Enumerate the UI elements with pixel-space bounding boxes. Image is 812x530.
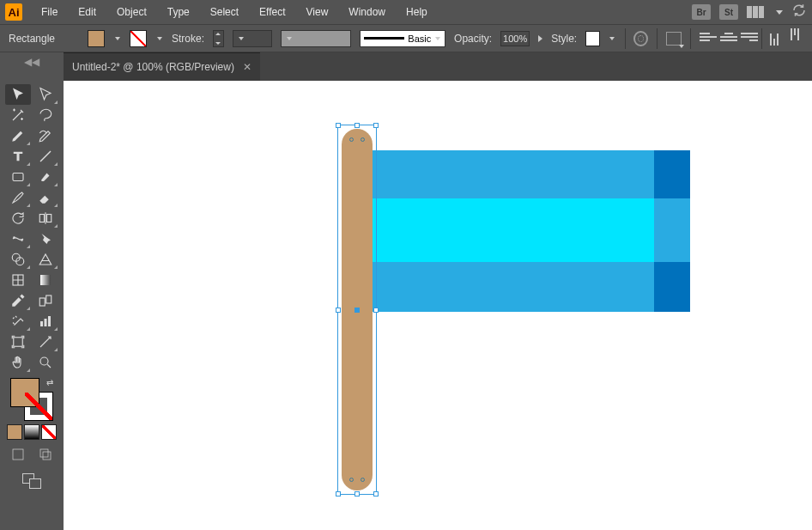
- fill-dropdown[interactable]: [113, 32, 121, 46]
- draw-normal-icon[interactable]: [10, 447, 26, 465]
- menu-window[interactable]: Window: [338, 1, 396, 23]
- arrange-dropdown-icon[interactable]: [776, 10, 783, 15]
- selection-tool[interactable]: [5, 84, 31, 105]
- blend-tool[interactable]: [33, 290, 58, 311]
- hand-tool[interactable]: [5, 352, 31, 373]
- align-left-button[interactable]: [700, 28, 717, 46]
- menu-help[interactable]: Help: [396, 1, 438, 23]
- fill-stroke-control[interactable]: ⇄: [10, 378, 53, 421]
- stroke-swatch[interactable]: [130, 30, 147, 47]
- canvas-area[interactable]: [64, 81, 812, 530]
- perspective-tool[interactable]: [33, 249, 58, 270]
- magic-wand-tool[interactable]: [5, 105, 31, 125]
- zoom-tool[interactable]: [33, 352, 58, 373]
- opacity-flyout-icon[interactable]: [538, 35, 542, 42]
- opacity-input[interactable]: [500, 31, 530, 46]
- color-mode-solid[interactable]: [7, 424, 22, 440]
- lasso-tool[interactable]: [33, 105, 58, 125]
- corner-widget-icon[interactable]: [349, 137, 354, 142]
- resize-handle[interactable]: [373, 123, 379, 128]
- brush-definition-select[interactable]: Basic: [360, 30, 445, 47]
- pencil-tool[interactable]: [5, 187, 31, 208]
- corner-widget-icon[interactable]: [361, 478, 365, 482]
- align-to-icon[interactable]: [666, 32, 682, 46]
- type-tool[interactable]: [5, 146, 31, 167]
- rotate-tool[interactable]: [5, 208, 31, 228]
- rectangle-tool[interactable]: [5, 167, 31, 187]
- toolbar-collapse-toggle[interactable]: ◀◀: [0, 52, 64, 81]
- resize-handle[interactable]: [336, 491, 341, 496]
- line-tool[interactable]: [33, 146, 58, 167]
- draw-behind-icon[interactable]: [38, 447, 53, 465]
- curvature-tool[interactable]: [33, 125, 58, 146]
- sync-icon[interactable]: [791, 3, 807, 21]
- flag-stripe-bottom-end[interactable]: [654, 262, 690, 312]
- style-label: Style:: [551, 33, 577, 45]
- graph-tool[interactable]: [33, 311, 58, 332]
- menu-view[interactable]: View: [296, 1, 339, 23]
- flag-pole-rectangle[interactable]: [342, 129, 373, 490]
- resize-handle[interactable]: [354, 491, 360, 496]
- flag-stripe-bottom[interactable]: [373, 262, 688, 312]
- screen-mode-icon[interactable]: [22, 473, 41, 489]
- variable-width-select[interactable]: [281, 30, 351, 47]
- align-top-button[interactable]: [766, 28, 783, 46]
- stroke-weight-stepper[interactable]: [213, 30, 224, 47]
- corner-widget-icon[interactable]: [361, 137, 365, 142]
- stroke-color-icon[interactable]: [24, 392, 53, 421]
- width-tool[interactable]: [5, 228, 31, 249]
- align-right-button[interactable]: [741, 28, 758, 46]
- symbol-sprayer-tool[interactable]: [5, 311, 31, 332]
- close-tab-icon[interactable]: ✕: [243, 61, 251, 73]
- align-group: [700, 28, 803, 49]
- menu-edit[interactable]: Edit: [68, 1, 106, 23]
- graphic-style-dropdown[interactable]: [609, 32, 616, 46]
- paintbrush-tool[interactable]: [33, 167, 58, 187]
- document-tab-bar: ◀◀ Untitled-2* @ 100% (RGB/Preview) ✕: [0, 52, 812, 81]
- swap-fill-stroke-icon[interactable]: ⇄: [46, 378, 53, 387]
- puppet-tool[interactable]: [33, 228, 58, 249]
- arrange-documents-button[interactable]: [747, 6, 764, 18]
- bridge-icon[interactable]: Br: [692, 4, 711, 20]
- color-mode-gradient[interactable]: [24, 424, 39, 440]
- resize-handle[interactable]: [354, 123, 360, 128]
- resize-handle[interactable]: [336, 308, 341, 313]
- stroke-profile-select[interactable]: [233, 30, 272, 47]
- stroke-dropdown[interactable]: [155, 32, 163, 46]
- resize-handle[interactable]: [373, 491, 379, 496]
- shape-builder-tool[interactable]: [5, 249, 31, 270]
- document-tab[interactable]: Untitled-2* @ 100% (RGB/Preview) ✕: [64, 52, 260, 81]
- fill-swatch[interactable]: [88, 30, 105, 47]
- svg-rect-1: [39, 215, 44, 222]
- artboard-tool[interactable]: [5, 332, 31, 352]
- color-mode-none[interactable]: [41, 424, 57, 440]
- flag-stripe-top-end[interactable]: [654, 150, 690, 198]
- reflect-tool[interactable]: [33, 208, 58, 228]
- recolor-icon[interactable]: [633, 31, 648, 46]
- menu-select[interactable]: Select: [200, 1, 249, 23]
- gradient-tool[interactable]: [33, 270, 58, 290]
- flag-stripe-middle[interactable]: [373, 198, 688, 262]
- graphic-style-swatch[interactable]: [585, 31, 599, 46]
- svg-rect-10: [46, 295, 52, 303]
- resize-handle[interactable]: [336, 123, 341, 128]
- flag-stripe-top[interactable]: [373, 150, 688, 198]
- menu-effect[interactable]: Effect: [249, 1, 295, 23]
- svg-rect-8: [40, 275, 51, 285]
- pen-tool[interactable]: [5, 125, 31, 146]
- flag-stripe-middle-end[interactable]: [654, 198, 690, 262]
- svg-rect-18: [43, 452, 51, 460]
- slice-tool[interactable]: [33, 332, 58, 352]
- direct-selection-tool[interactable]: [33, 84, 58, 105]
- mesh-tool[interactable]: [5, 270, 31, 290]
- align-hcenter-button[interactable]: [720, 28, 737, 46]
- align-vcenter-button[interactable]: [786, 28, 803, 46]
- svg-rect-14: [14, 338, 23, 347]
- eyedropper-tool[interactable]: [5, 290, 31, 311]
- eraser-tool[interactable]: [33, 187, 58, 208]
- menu-file[interactable]: File: [31, 1, 68, 23]
- menu-object[interactable]: Object: [106, 1, 157, 23]
- stock-icon[interactable]: St: [719, 4, 738, 20]
- menu-type[interactable]: Type: [157, 1, 200, 23]
- corner-widget-icon[interactable]: [349, 478, 354, 482]
